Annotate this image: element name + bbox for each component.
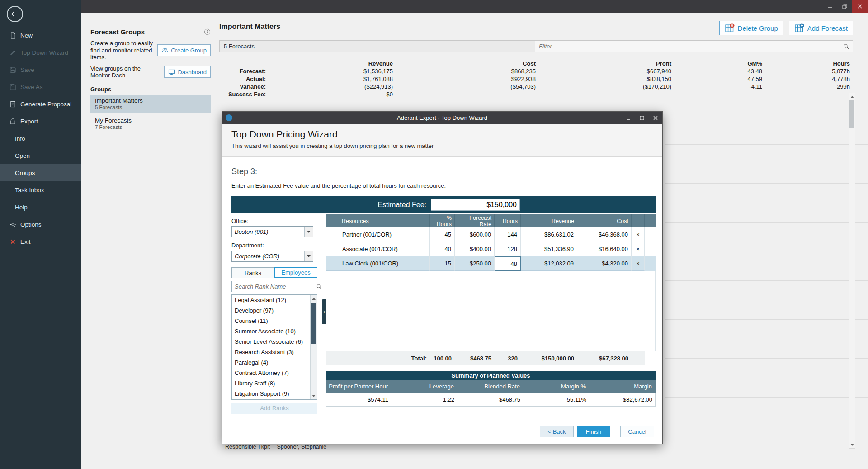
rank-item[interactable]: Research Assistant (3): [232, 347, 317, 357]
table-row-partner[interactable]: Partner (001/COR) 45 $600.00 144 $86,631…: [326, 227, 656, 242]
scrollbar-thumb[interactable]: [849, 100, 854, 128]
rank-item[interactable]: Litigation Support (9): [232, 388, 317, 399]
sidebar-item-save-as[interactable]: Save As: [0, 78, 81, 95]
sidebar-item-info[interactable]: Info: [0, 130, 81, 147]
resources-table: Resources % Hours Forecast Rate Hours Re…: [326, 214, 656, 365]
sidebar-item-label: Help: [15, 204, 28, 211]
row-selector[interactable]: [326, 256, 339, 271]
group-summary-table: Revenue Cost Profit GM% Hours Forecast: …: [219, 60, 850, 98]
step-instruction: Enter an Estimated Fee value and the per…: [231, 182, 446, 189]
sidebar-item-save[interactable]: Save: [0, 61, 81, 78]
back-button[interactable]: < Back: [540, 426, 574, 437]
exit-x-icon: [9, 239, 16, 245]
pct-hours-cell[interactable]: 15: [430, 256, 455, 271]
dialog-minimize-button[interactable]: [622, 112, 635, 124]
rank-item[interactable]: Senior Level Associate (6): [232, 336, 317, 347]
wizard-header: Top Down Pricing Wizard This wizard will…: [222, 124, 662, 157]
window-close-button[interactable]: [852, 0, 868, 13]
estimated-fee-bar: Estimated Fee:: [231, 196, 656, 213]
info-icon[interactable]: [204, 28, 211, 35]
sidebar-item-export[interactable]: Export: [0, 113, 81, 130]
rank-item[interactable]: Paralegal (4): [232, 357, 317, 368]
group-item-important-matters[interactable]: Important Matters 5 Forecasts: [90, 95, 211, 113]
dialog-close-button[interactable]: [649, 112, 662, 124]
rank-list-scrollbar[interactable]: [310, 295, 317, 399]
sidebar-item-open[interactable]: Open: [0, 147, 81, 164]
sidebar-item-options[interactable]: Options: [0, 216, 81, 233]
forecast-groups-title: Forecast Groups: [90, 28, 145, 36]
summary-title-bar: Summary of Planned Values: [326, 371, 656, 380]
add-ranks-button[interactable]: Add Ranks: [231, 403, 317, 414]
pct-hours-cell[interactable]: 40: [430, 242, 455, 256]
scroll-down-arrow[interactable]: [849, 441, 855, 448]
wizard-subheading: This wizard will assist you in creating …: [231, 142, 662, 149]
sidebar-item-label: Generate Proposal: [20, 101, 71, 108]
window-titlebar: [81, 0, 868, 13]
table-row-law-clerk[interactable]: Law Clerk (001/COR) 15 $250.00 48 $12,03…: [326, 256, 656, 271]
scroll-down-arrow[interactable]: [311, 393, 316, 399]
department-dropdown[interactable]: Corporate (COR): [231, 251, 313, 262]
back-button[interactable]: [7, 6, 23, 22]
rank-selection-panel: Office: Boston (001) Department: Corpora…: [231, 213, 322, 414]
sidebar-item-help[interactable]: Help: [0, 199, 81, 216]
forecast-rate-cell[interactable]: $600.00: [455, 227, 495, 242]
rank-item[interactable]: Contract Attorney (7): [232, 368, 317, 378]
forecast-rate-cell[interactable]: $250.00: [455, 256, 495, 271]
chevron-down-icon[interactable]: [304, 251, 313, 261]
sidebar-item-top-down-wizard[interactable]: Top Down Wizard: [0, 44, 81, 61]
office-dropdown[interactable]: Boston (001): [231, 226, 313, 237]
rank-item[interactable]: Summer Associate (10): [232, 326, 317, 336]
chevron-down-icon[interactable]: [304, 227, 313, 237]
window-minimize-button[interactable]: [823, 0, 837, 13]
remove-row-button[interactable]: ×: [632, 256, 645, 271]
stats-col-cost: Cost: [393, 60, 536, 67]
sidebar-item-new[interactable]: New: [0, 27, 81, 44]
rank-item[interactable]: Developer (97): [232, 305, 317, 316]
dashboard-button[interactable]: Dashboard: [164, 66, 211, 78]
row-selector[interactable]: [326, 227, 339, 242]
estimated-fee-input[interactable]: [431, 199, 520, 211]
office-label: Office:: [231, 218, 322, 224]
estimated-fee-label: Estimated Fee:: [377, 201, 426, 209]
search-icon[interactable]: [316, 284, 322, 290]
tab-employees[interactable]: Employees: [274, 267, 317, 278]
row-selector[interactable]: [326, 242, 339, 256]
cancel-button[interactable]: Cancel: [620, 426, 654, 437]
dialog-titlebar[interactable]: Aderant Expert - Top Down Wizard: [222, 112, 662, 124]
rank-item[interactable]: Counsel (11): [232, 316, 317, 326]
main-scrollbar[interactable]: [849, 93, 855, 449]
app-sidebar: New Top Down Wizard Save Save As Generat…: [0, 0, 81, 469]
hours-edit-cell[interactable]: 48: [495, 256, 521, 271]
delete-group-button[interactable]: Delete Group: [719, 21, 783, 35]
rank-item[interactable]: Legal Assistant (12): [232, 295, 317, 305]
sidebar-item-exit[interactable]: Exit: [0, 233, 81, 250]
scroll-up-arrow[interactable]: [311, 295, 316, 302]
forecast-rate-cell[interactable]: $400.00: [455, 242, 495, 256]
window-restore-button[interactable]: [837, 0, 852, 13]
department-label: Department:: [231, 242, 322, 249]
resources-table-header: Resources % Hours Forecast Rate Hours Re…: [326, 214, 656, 227]
sidebar-item-groups[interactable]: Groups: [0, 164, 81, 181]
sidebar-item-task-inbox[interactable]: Task Inbox: [0, 181, 81, 199]
rank-search-input[interactable]: [232, 283, 316, 290]
search-icon[interactable]: [843, 43, 849, 50]
dialog-maximize-button[interactable]: [635, 112, 649, 124]
add-forecast-icon: [794, 23, 804, 33]
pct-hours-cell[interactable]: 45: [430, 227, 455, 242]
table-row-associate[interactable]: Associate (001/COR) 40 $400.00 128 $51,3…: [326, 242, 656, 256]
finish-button[interactable]: Finish: [577, 426, 610, 437]
responsible-tkpr-text: Responsible Tkpr: Spooner, Stephanie: [225, 444, 338, 452]
summary-values-row: $574.11 1.22 $468.75 55.11% $82,672.00: [326, 393, 656, 407]
remove-row-button[interactable]: ×: [632, 227, 645, 242]
create-group-button[interactable]: Create Group: [157, 44, 211, 56]
scrollbar-thumb[interactable]: [311, 303, 316, 344]
add-forecast-button[interactable]: Add Forecast: [789, 21, 853, 35]
filter-input[interactable]: [535, 43, 843, 50]
rank-item[interactable]: Library Staff (8): [232, 378, 317, 388]
group-item-my-forecasts[interactable]: My Forecasts 7 Forecasts: [90, 115, 211, 133]
sidebar-item-generate-proposal[interactable]: Generate Proposal: [0, 95, 81, 113]
remove-row-button[interactable]: ×: [632, 242, 645, 256]
tab-ranks[interactable]: Ranks: [231, 267, 274, 278]
sidebar-item-label: Save As: [20, 84, 43, 90]
sidebar-item-label: Top Down Wizard: [20, 49, 68, 56]
